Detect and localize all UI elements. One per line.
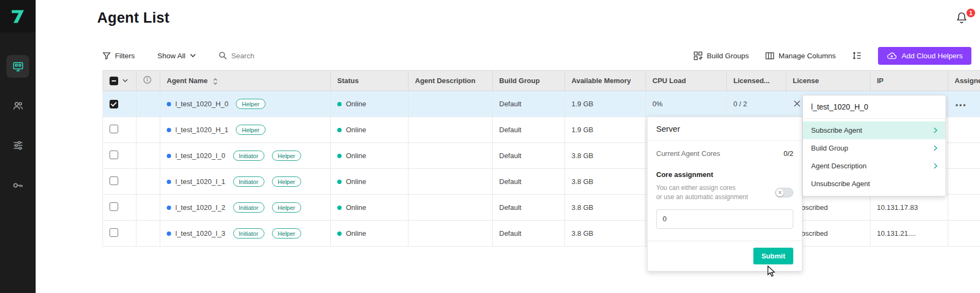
filters-label: Filters [115,52,135,60]
build-groups-button[interactable]: Build Groups [693,51,749,60]
status-dot-icon [337,128,342,132]
menu-item-build-group[interactable]: Build Group [803,139,945,157]
sidebar-item-settings[interactable] [6,134,29,156]
agent-dot-icon [167,180,171,184]
agent-dot-icon [167,102,171,106]
cell-alerts [137,117,160,143]
table-row[interactable]: l_test_1020_I_3 Initiator Helper Online … [103,221,980,247]
current-agent-cores-value: 0/2 [784,149,793,158]
cell-build-group: Default [493,117,565,143]
header-select-all [103,71,137,91]
cell-assigned [948,117,980,143]
agent-name: l_test_1020_H_1 [175,126,228,134]
cell-assigned [948,143,980,169]
row-checkbox[interactable] [110,125,118,133]
context-menu-title: l_test_1020_H_0 [803,96,945,119]
menu-item-unsubscribe-agent[interactable]: Unsubscribe Agent [803,175,945,193]
agent-name: l_test_1020_I_2 [175,203,226,212]
search-box [219,51,291,60]
row-checkbox[interactable] [110,100,118,108]
search-input[interactable] [232,52,291,60]
badge-initiator: Initiator [233,176,264,187]
header-assigned: Assigned... [948,71,980,91]
agent-list-page: Agent List 1 Filters Show All [0,0,980,293]
add-cloud-helpers-button[interactable]: Add Cloud Helpers [878,47,971,65]
cores-input[interactable] [656,209,793,229]
sidebar-item-licenses[interactable] [6,173,29,196]
status-dot-icon [337,231,342,236]
toolbar-right: Build Groups Manage Columns Add C [693,47,971,65]
row-density-button[interactable] [852,51,862,60]
sidebar-item-agents[interactable] [6,55,29,78]
cell-alerts [137,221,160,247]
badge-helper: Helper [236,99,265,109]
sidebar-nav [0,55,36,196]
row-checkbox[interactable] [110,151,118,159]
close-icon[interactable] [793,99,801,108]
manage-columns-button[interactable]: Manage Columns [765,51,836,60]
core-assignment-help: You can either assign cores or use an au… [656,183,748,202]
cell-description [409,143,493,169]
notifications-button[interactable]: 1 [955,11,974,29]
add-cloud-helpers-label: Add Cloud Helpers [902,52,963,60]
cell-memory: 1.9 GB [565,91,646,117]
submit-button[interactable]: Submit [753,248,793,264]
header-agent-name[interactable]: Agent Name [160,71,331,91]
table-header-row: Agent Name Status Agent Description Buil… [103,71,980,91]
header-build-group: Build Group [493,71,565,91]
menu-item-agent-description[interactable]: Agent Description [803,157,945,175]
notification-badge: 1 [967,9,975,17]
agent-dot-icon [167,231,171,236]
users-icon [12,100,24,112]
server-popover-title: Server [648,117,802,141]
sidebar-item-users[interactable] [6,94,29,117]
status-text: Online [346,126,366,134]
row-actions-icon[interactable] [955,102,967,108]
toggle-knob-icon [776,189,784,196]
cell-description [409,169,493,195]
cell-build-group: Default [493,169,565,195]
cloud-plus-icon [887,52,897,60]
app-logo[interactable] [0,0,36,32]
cell-description [409,221,493,247]
badge-initiator: Initiator [233,228,264,239]
sort-icon[interactable] [213,78,217,85]
build-groups-label: Build Groups [707,52,749,60]
automatic-assignment-toggle[interactable] [775,188,793,197]
agent-context-menu: l_test_1020_H_0 Subscribe Agent Build Gr… [802,95,946,196]
cell-assigned [948,195,980,221]
agents-icon [12,61,24,72]
row-checkbox[interactable] [110,228,118,237]
selection-menu-chevron-icon[interactable] [122,79,128,83]
row-checkbox[interactable] [110,202,118,211]
agent-name: l_test_1020_I_0 [175,152,226,160]
cell-licensed: 0 / 2 [727,91,786,117]
agent-dot-icon [167,128,171,132]
header-alerts [137,71,160,91]
row-checkbox[interactable] [110,176,118,185]
key-icon [12,179,24,190]
row-height-icon [852,51,862,60]
table-row[interactable]: l_test_1020_I_2 Initiator Helper Online … [103,195,980,221]
badge-initiator: Initiator [233,202,264,213]
agent-name: l_test_1020_I_3 [175,229,226,237]
search-icon [219,51,227,60]
cell-description [409,91,493,117]
current-agent-cores-label: Current Agent Cores [656,149,720,158]
toolbar: Filters Show All Build Groups [103,45,971,66]
info-icon [143,76,152,84]
chevron-right-icon [934,127,937,133]
filters-button[interactable]: Filters [103,52,135,60]
menu-item-subscribe-agent[interactable]: Subscribe Agent [803,121,945,139]
cell-assigned [948,221,980,247]
badge-helper: Helper [236,125,265,135]
cell-description [409,195,493,221]
cell-alerts [137,91,160,117]
select-all-checkbox[interactable] [110,77,118,85]
show-all-dropdown[interactable]: Show All [158,52,196,60]
cell-assigned [948,169,980,195]
header-agent-description: Agent Description [409,71,493,91]
status-dot-icon [337,180,342,184]
cell-memory: 3.8 GB [565,169,646,195]
cell-alerts [137,169,160,195]
